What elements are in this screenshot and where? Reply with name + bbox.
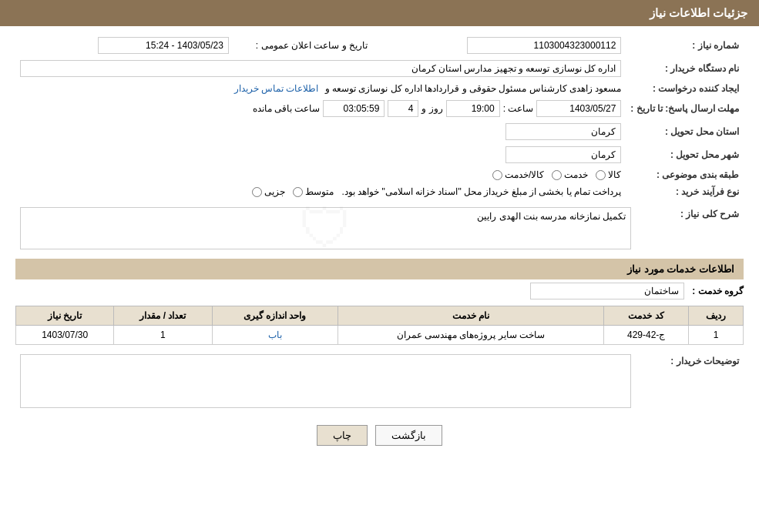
button-row: چاپ بازگشت: [15, 425, 744, 446]
page-header: جزئیات اطلاعات نیاز: [0, 0, 759, 26]
shomara-label: شماره نیاز :: [626, 34, 744, 57]
mohlat-time-input: 19:00: [446, 100, 500, 117]
mohlat-roz-label: روز و: [421, 103, 442, 114]
col-tedad: تعداد / مقدار: [114, 306, 212, 326]
info-table: شماره نیاز : 1103004323000112 تاریخ و سا…: [15, 34, 744, 200]
row-nam-dastgah: نام دستگاه خریدار : اداره کل نوسازی توسع…: [15, 57, 744, 80]
mohlat-value: 1403/05/27 ساعت : 19:00 روز و 4 03:05:59…: [15, 97, 626, 120]
row-tosifat: توضیحات خریدار :: [15, 351, 744, 413]
service-table: ردیف کد خدمت نام خدمت واحد اندازه گیری ت…: [15, 306, 744, 345]
jozi-label: جزیی: [264, 186, 285, 197]
shomara-input: 1103004323000112: [467, 37, 621, 54]
radio-motavaset-input[interactable]: [293, 187, 303, 197]
radio-khedmat-input[interactable]: [552, 170, 562, 180]
row-shahr: شهر محل تحویل : کرمان: [15, 143, 744, 166]
mohlat-label: مهلت ارسال پاسخ: تا تاریخ :: [626, 97, 744, 120]
page-title: جزئیات اطلاعات نیاز: [650, 6, 747, 19]
cell-tarikh: 1403/07/30: [16, 326, 114, 345]
col-nam: نام خدمت: [338, 306, 604, 326]
radio-kala-input[interactable]: [596, 170, 606, 180]
services-section: ردیف کد خدمت نام خدمت واحد اندازه گیری ت…: [15, 306, 744, 345]
tosifat-label: توضیحات خریدار :: [636, 351, 744, 413]
group-service-row: گروه خدمت : ساختمان: [15, 283, 744, 299]
cell-tedad: 1: [114, 326, 212, 345]
radio-jozi-input[interactable]: [252, 187, 262, 197]
tabaqe-label: طبقه بندی موضوعی :: [626, 166, 744, 183]
row-ostan: استان محل تحویل : کرمان: [15, 120, 744, 143]
nam-dastgah-label: نام دستگاه خریدار :: [626, 57, 744, 80]
sharh-table: شرح کلی نیاز : 🛡 تکمیل نمازخانه مدرسه بن…: [15, 204, 744, 253]
kala-khedmat-label: کالا/خدمت: [505, 169, 544, 180]
radio-jozi[interactable]: جزیی: [252, 186, 285, 197]
ijad-label: ایجاد کننده درخواست :: [626, 80, 744, 97]
cell-vahed: باب: [212, 326, 338, 345]
row-mohlat: مهلت ارسال پاسخ: تا تاریخ : 1403/05/27 س…: [15, 97, 744, 120]
shahr-value: کرمان: [15, 143, 626, 166]
sharh-label: شرح کلی نیاز :: [636, 204, 744, 253]
service-table-body: 1 ج-42-429 ساخت سایر پروژه‌های مهندسی عم…: [16, 326, 744, 345]
shahr-input: کرمان: [505, 146, 621, 163]
watermark-icon: 🛡: [299, 198, 353, 259]
navae-label: نوع فرآیند خرید :: [626, 183, 744, 200]
ostan-input: کرمان: [505, 123, 621, 140]
tabaqe-radios: کالا خدمت کالا/خدمت: [15, 166, 626, 183]
services-header: اطلاعات خدمات مورد نیاز: [15, 259, 744, 279]
ostan-value: کرمان: [15, 120, 626, 143]
content-area: شماره نیاز : 1103004323000112 تاریخ و سا…: [0, 26, 759, 461]
tosifat-textarea[interactable]: [20, 354, 631, 408]
ijad-text: مسعود زاهدی کارشناس مسئول حقوقی و قراردا…: [325, 83, 622, 94]
row-shomara: شماره نیاز : 1103004323000112 تاریخ و سا…: [15, 34, 744, 57]
radio-kala-khedmat-input[interactable]: [492, 170, 502, 180]
table-row: 1 ج-42-429 ساخت سایر پروژه‌های مهندسی عم…: [16, 326, 744, 345]
col-tarikh: تاریخ نیاز: [16, 306, 114, 326]
nam-dastgah-value: اداره کل نوسازی توسعه و تجهیز مدارس استا…: [15, 57, 626, 80]
navae-description: پرداخت تمام یا بخشی از مبلغ خریداز محل "…: [341, 186, 621, 197]
mohlat-date-input: 1403/05/27: [536, 100, 621, 117]
navae-value: پرداخت تمام یا بخشی از مبلغ خریداز محل "…: [15, 183, 626, 200]
shomara-value: 1103004323000112: [372, 34, 626, 57]
mohlat-roz-input: 4: [388, 100, 418, 117]
group-service-label: گروه خدمت :: [692, 286, 744, 296]
col-kod: کد خدمت: [604, 306, 689, 326]
row-sharh: شرح کلی نیاز : 🛡 تکمیل نمازخانه مدرسه بن…: [15, 204, 744, 253]
sharh-text: تکمیل نمازخانه مدرسه بنت الهدی رایین: [477, 211, 626, 222]
bazgasht-button[interactable]: بازگشت: [375, 425, 442, 446]
kala-label: کالا: [608, 169, 621, 180]
radio-khedmat[interactable]: خدمت: [552, 169, 588, 180]
col-radif: ردیف: [688, 306, 743, 326]
row-tabaqe: طبقه بندی موضوعی : کالا خدمت کالا/خدمت: [15, 166, 744, 183]
radio-motavaset[interactable]: متوسط: [293, 186, 334, 197]
shahr-label: شهر محل تحویل :: [626, 143, 744, 166]
tosifat-value: [15, 351, 636, 413]
service-table-header-row: ردیف کد خدمت نام خدمت واحد اندازه گیری ت…: [16, 306, 744, 326]
row-ijad: ایجاد کننده درخواست : مسعود زاهدی کارشنا…: [15, 80, 744, 97]
radio-kala-khedmat[interactable]: کالا/خدمت: [492, 169, 544, 180]
service-table-head: ردیف کد خدمت نام خدمت واحد اندازه گیری ت…: [16, 306, 744, 326]
cell-kod: ج-42-429: [604, 326, 689, 345]
cell-radif: 1: [688, 326, 743, 345]
ettelaat-tamas-link[interactable]: اطلاعات تماس خریدار: [234, 83, 319, 94]
nam-dastgah-input: اداره کل نوسازی توسعه و تجهیز مدارس استا…: [20, 60, 621, 77]
col-vahed: واحد اندازه گیری: [212, 306, 338, 326]
radio-kala[interactable]: کالا: [596, 169, 621, 180]
motavaset-label: متوسط: [305, 186, 334, 197]
cell-nam: ساخت سایر پروژه‌های مهندسی عمران: [338, 326, 604, 345]
sharh-content: 🛡 تکمیل نمازخانه مدرسه بنت الهدی رایین: [20, 207, 631, 249]
mohlat-time-label: ساعت :: [503, 103, 534, 114]
ostan-label: استان محل تحویل :: [626, 120, 744, 143]
mohlat-remaining-input: 03:05:59: [323, 100, 385, 117]
tarikh-value: 1403/05/23 - 15:24: [15, 34, 233, 57]
mohlat-remaining-label: ساعت باقی مانده: [253, 103, 321, 114]
sharh-value: 🛡 تکمیل نمازخانه مدرسه بنت الهدی رایین: [15, 204, 636, 253]
row-navae: نوع فرآیند خرید : پرداخت تمام یا بخشی از…: [15, 183, 744, 200]
tarikh-input: 1403/05/23 - 15:24: [98, 37, 229, 54]
khedmat-label: خدمت: [564, 169, 588, 180]
tosifat-table: توضیحات خریدار :: [15, 351, 744, 413]
page-container: جزئیات اطلاعات نیاز شماره نیاز : 1103004…: [0, 0, 759, 532]
group-service-input: ساختمان: [530, 283, 684, 299]
chap-button[interactable]: چاپ: [317, 425, 368, 446]
tarikh-label: تاریخ و ساعت اعلان عمومی :: [233, 34, 372, 57]
ijad-value: مسعود زاهدی کارشناس مسئول حقوقی و قراردا…: [15, 80, 626, 97]
